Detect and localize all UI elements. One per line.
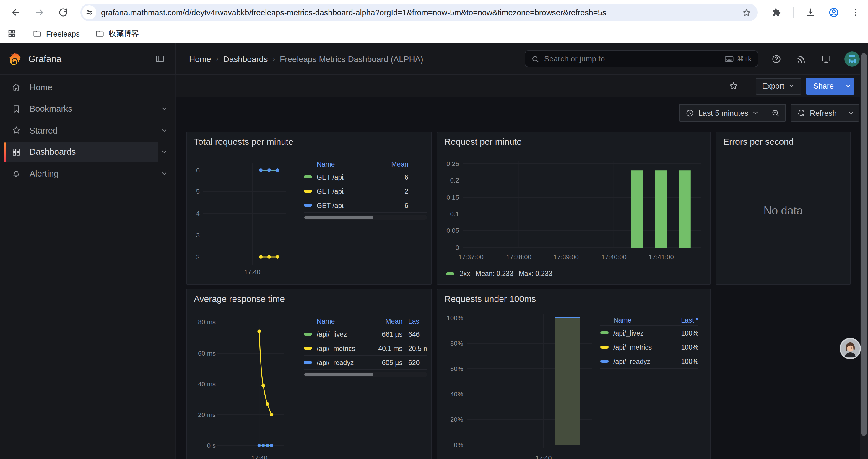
panel-title[interactable]: Request per minute: [444, 136, 522, 146]
legend-row[interactable]: /api/_metrics 40.1 ms 20.5 m: [304, 341, 427, 356]
sidebar-item-bookmarks[interactable]: Bookmarks: [4, 99, 172, 119]
legend-row[interactable]: /api/_livez 100%: [600, 326, 699, 340]
bookmark-folder-freeleaps[interactable]: Freeleaps: [32, 29, 80, 38]
back-icon[interactable]: [11, 7, 21, 18]
series-color-blue: [304, 361, 312, 364]
panel-title[interactable]: Average response time: [194, 294, 285, 304]
breadcrumb-home[interactable]: Home: [189, 54, 211, 64]
export-button[interactable]: Export: [755, 78, 801, 94]
profile-icon[interactable]: [828, 6, 840, 18]
legend-col-mean[interactable]: Mean: [344, 160, 427, 167]
legend-col-mean[interactable]: Mean: [359, 318, 402, 325]
series-last: 100%: [663, 329, 699, 336]
help-icon[interactable]: [771, 54, 782, 64]
chevron-down-icon[interactable]: [161, 105, 168, 112]
clock-icon: [685, 108, 694, 117]
legend-col-name[interactable]: Name: [317, 160, 344, 167]
sidebar-toggle-icon[interactable]: [155, 54, 165, 64]
legend-scrollbar-thumb[interactable]: [304, 216, 373, 219]
zoom-out-icon: [771, 108, 780, 117]
share-button[interactable]: Share: [806, 78, 841, 94]
extensions-icon[interactable]: [771, 7, 781, 18]
legend-col-last[interactable]: Las: [408, 318, 427, 325]
series-name: 2xx: [460, 270, 470, 277]
user-avatar[interactable]: [844, 51, 860, 66]
forward-icon[interactable]: [34, 7, 45, 18]
y-tick: 60%: [437, 365, 463, 372]
sidebar-item-dashboards[interactable]: Dashboards: [4, 142, 172, 162]
header-main: Home › Dashboards › Freeleaps Metrics Da…: [176, 43, 868, 74]
logo-cell: Grafana: [0, 43, 176, 74]
panel-total-requests: Total requests per minute 6 5 4 3 2: [186, 132, 432, 285]
refresh-interval-button[interactable]: [843, 104, 859, 121]
share-menu-button[interactable]: [841, 78, 855, 94]
bookmark-folder-blogs[interactable]: 收藏博客: [95, 29, 139, 39]
bar-chart[interactable]: [463, 161, 701, 249]
legend-row[interactable]: /api/_livez 661 µs 646: [304, 327, 427, 341]
legend-row[interactable]: /api/_readyz 605 µs 620: [304, 356, 427, 370]
floating-assistant-avatar[interactable]: [840, 338, 861, 359]
legend-row[interactable]: GET /api/_livez 6: [304, 170, 427, 184]
sidebar-item-home[interactable]: Home: [4, 77, 172, 97]
url-bar[interactable]: [80, 4, 757, 21]
search-input[interactable]: [544, 54, 724, 63]
bookmarks-divider: [24, 29, 24, 38]
series-last: 20.5 m: [408, 345, 427, 352]
monitor-icon[interactable]: [821, 54, 831, 64]
bar-chart[interactable]: [467, 314, 592, 448]
time-range-picker[interactable]: Last 5 minutes: [680, 104, 765, 121]
legend-table: Name Mean Las /api/_livez 661 µs 646: [304, 316, 427, 377]
series-color-yellow: [304, 190, 312, 193]
zoom-out-button[interactable]: [766, 104, 785, 121]
chevron-down-icon[interactable]: [161, 170, 168, 177]
breadcrumb-dashboards[interactable]: Dashboards: [223, 54, 268, 64]
site-settings-icon[interactable]: [82, 5, 96, 20]
panel-title[interactable]: Requests under 100ms: [444, 294, 536, 304]
legend-row[interactable]: /api/_metrics 100%: [600, 340, 699, 355]
dashboard-toolbar: Export Share: [176, 75, 868, 97]
legend-col-name[interactable]: Name: [613, 316, 663, 323]
panel-title[interactable]: Total requests per minute: [194, 136, 293, 146]
timeseries-chart[interactable]: [203, 163, 286, 265]
legend-row[interactable]: GET /api/_metrics 2: [304, 184, 427, 198]
chevron-down-icon[interactable]: [161, 148, 168, 155]
sidebar-item-starred[interactable]: Starred: [4, 121, 172, 140]
apps-grid-icon[interactable]: [7, 29, 17, 38]
reload-icon[interactable]: [58, 7, 68, 18]
series-name: GET /api/_metrics: [317, 188, 344, 195]
grafana-logo-icon[interactable]: [8, 52, 22, 66]
legend-scrollbar: [304, 372, 427, 377]
favorite-star-icon[interactable]: [728, 81, 738, 91]
window-scrollbar: [860, 43, 868, 459]
breadcrumb-separator: ›: [272, 54, 275, 63]
export-label: Export: [762, 81, 784, 90]
window-scrollbar-thumb[interactable]: [861, 53, 867, 436]
menu-kebab-icon[interactable]: [850, 7, 861, 18]
series-max: Max: 0.233: [519, 270, 553, 277]
rss-icon[interactable]: [796, 54, 807, 64]
time-range-label: Last 5 minutes: [699, 108, 748, 117]
search-box[interactable]: ⌘+k: [525, 50, 758, 67]
refresh-button[interactable]: Refresh: [792, 104, 843, 121]
timeseries-chart[interactable]: [217, 318, 284, 448]
panel-errors-per-second: Errors per second No data: [716, 132, 851, 285]
legend-row[interactable]: GET /api/_readyz 6: [304, 198, 427, 213]
folder-icon: [95, 29, 104, 38]
legend-scrollbar-thumb[interactable]: [304, 373, 373, 376]
legend-col-name[interactable]: Name: [317, 318, 359, 325]
downloads-icon[interactable]: [805, 7, 816, 18]
legend-col-last[interactable]: Last *: [663, 316, 699, 323]
main-area: Export Share: [176, 75, 868, 459]
dashboards-grid-icon: [11, 147, 21, 157]
bookmark-star-icon[interactable]: [742, 7, 752, 18]
url-input[interactable]: [101, 8, 737, 17]
panel-title[interactable]: Errors per second: [723, 136, 794, 146]
chevron-down-icon[interactable]: [161, 127, 168, 134]
toolbar-divider: [747, 80, 747, 91]
legend-inline[interactable]: 2xx Mean: 0.233 Max: 0.233: [446, 270, 553, 277]
x-tick: 17:40: [245, 454, 274, 459]
y-tick: 100%: [437, 314, 463, 321]
legend-row[interactable]: /api/_readyz 100%: [600, 355, 699, 369]
series-last: 100%: [663, 358, 699, 365]
sidebar-item-alerting[interactable]: Alerting: [4, 164, 172, 183]
